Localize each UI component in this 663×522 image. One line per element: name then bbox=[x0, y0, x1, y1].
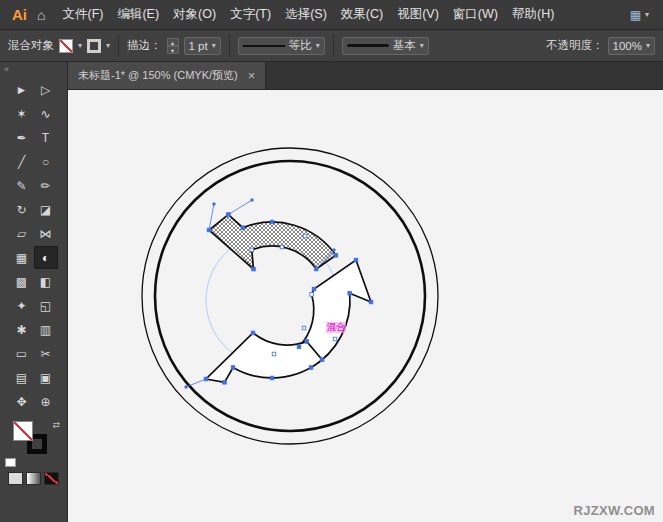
menu-item-8[interactable]: 帮助(H) bbox=[505, 6, 561, 23]
stepper-down-icon[interactable]: ▼ bbox=[167, 46, 179, 54]
chevron-down-icon: ▾ bbox=[645, 10, 649, 19]
anchor-point[interactable] bbox=[207, 228, 211, 232]
swap-fill-stroke-icon[interactable]: ⇄ bbox=[52, 420, 60, 430]
artwork-svg[interactable] bbox=[68, 90, 663, 522]
tab-bar: 未标题-1* @ 150% (CMYK/预览) × bbox=[68, 62, 663, 90]
close-icon[interactable]: × bbox=[248, 68, 256, 83]
anchor-point[interactable] bbox=[251, 331, 255, 335]
color-button[interactable] bbox=[8, 472, 23, 485]
anchor-point[interactable] bbox=[231, 366, 235, 370]
pencil-tool[interactable]: ✏ bbox=[34, 174, 58, 197]
line-tool[interactable]: ╱ bbox=[10, 150, 34, 173]
anchor-point[interactable] bbox=[302, 326, 306, 330]
anchor-point[interactable] bbox=[280, 245, 284, 249]
zoom-tool[interactable]: ⊕ bbox=[34, 390, 58, 413]
gradient-tool[interactable]: ◧ bbox=[34, 270, 58, 293]
menu-item-3[interactable]: 文字(T) bbox=[223, 6, 278, 23]
anchor-point[interactable] bbox=[297, 345, 301, 349]
anchor-point[interactable] bbox=[310, 293, 314, 297]
mesh-tool[interactable]: ▩ bbox=[10, 270, 34, 293]
direct-selection-tool[interactable]: ▷ bbox=[34, 78, 58, 101]
anchor-point[interactable] bbox=[227, 213, 231, 217]
fill-none-swatch[interactable] bbox=[59, 39, 73, 53]
live-paint-tool[interactable]: ▣ bbox=[34, 366, 58, 389]
stroke-width-combo[interactable]: 1 pt ▾ bbox=[184, 37, 221, 55]
stepper-up-icon[interactable]: ▲ bbox=[167, 38, 179, 46]
anchor-point[interactable] bbox=[314, 267, 318, 271]
width-profile-combo[interactable]: 等比 ▾ bbox=[238, 37, 325, 55]
slice-tool[interactable]: ✂ bbox=[34, 342, 58, 365]
stroke-swatch[interactable] bbox=[87, 39, 101, 53]
selection-tool[interactable]: ► bbox=[10, 78, 34, 101]
anchor-point[interactable] bbox=[272, 352, 276, 356]
width-tool[interactable]: ⋈ bbox=[34, 222, 58, 245]
outer-circle[interactable] bbox=[142, 148, 438, 444]
anchor-point[interactable] bbox=[270, 220, 274, 224]
anchor-point[interactable] bbox=[241, 226, 245, 230]
none-button[interactable] bbox=[44, 472, 59, 485]
inner-circle[interactable] bbox=[155, 161, 425, 431]
chevron-down-icon: ▾ bbox=[646, 41, 650, 50]
hand-tool[interactable]: ✥ bbox=[10, 390, 34, 413]
rotate-tool[interactable]: ↻ bbox=[10, 198, 34, 221]
workspace-switcher[interactable]: ▦ ▾ bbox=[630, 8, 649, 22]
stroke-width-stepper[interactable]: ▲ ▼ bbox=[167, 38, 179, 54]
fill-color-swatch[interactable] bbox=[13, 421, 33, 441]
column-graph-tool[interactable]: ▥ bbox=[34, 318, 58, 341]
eyedropper-tool[interactable]: ✦ bbox=[10, 294, 34, 317]
canvas[interactable]: 混合 RJZXW.COM bbox=[68, 90, 663, 522]
document-tab-title: 未标题-1* @ 150% (CMYK/预览) bbox=[78, 68, 238, 83]
menu-item-2[interactable]: 对象(O) bbox=[166, 6, 223, 23]
chevron-down-icon: ▾ bbox=[316, 41, 320, 50]
magic-wand-tool[interactable]: ✶ bbox=[10, 102, 34, 125]
scale-tool[interactable]: ▱ bbox=[10, 222, 34, 245]
menu-item-4[interactable]: 选择(S) bbox=[278, 6, 334, 23]
menu-item-1[interactable]: 编辑(E) bbox=[110, 6, 166, 23]
anchor-point[interactable] bbox=[223, 381, 227, 385]
anchor-point[interactable] bbox=[250, 248, 254, 252]
menu-item-5[interactable]: 效果(C) bbox=[334, 6, 390, 23]
stroke-label: 描边： bbox=[127, 38, 162, 53]
document-area: 未标题-1* @ 150% (CMYK/预览) × bbox=[68, 62, 663, 522]
default-colors-icon[interactable] bbox=[5, 458, 16, 467]
menu-item-7[interactable]: 窗口(W) bbox=[446, 6, 505, 23]
pen-tool[interactable]: ✒ bbox=[10, 126, 34, 149]
anchor-point[interactable] bbox=[369, 300, 373, 304]
ellipse-tool[interactable]: ○ bbox=[34, 150, 58, 173]
anchor-point[interactable] bbox=[252, 267, 256, 271]
lasso-tool[interactable]: ∿ bbox=[34, 102, 58, 125]
workspace-grid-icon: ▦ bbox=[630, 8, 641, 22]
menu-item-0[interactable]: 文件(F) bbox=[55, 6, 110, 23]
anchor-point[interactable] bbox=[354, 258, 358, 262]
anchor-point[interactable] bbox=[320, 358, 324, 362]
anchor-point[interactable] bbox=[309, 366, 313, 370]
illustrator-logo: Ai bbox=[0, 6, 37, 23]
chevron-down-icon: ▾ bbox=[420, 41, 424, 50]
symbol-sprayer-tool[interactable]: ✱ bbox=[10, 318, 34, 341]
opacity-combo[interactable]: 100% ▾ bbox=[608, 37, 655, 55]
brush-combo[interactable]: 基本 ▾ bbox=[342, 37, 429, 55]
anchor-point[interactable] bbox=[303, 234, 307, 238]
anchor-point[interactable] bbox=[270, 376, 274, 380]
free-transform-tool[interactable]: ▦ bbox=[10, 246, 34, 269]
home-icon[interactable]: ⌂ bbox=[37, 7, 55, 23]
anchor-point[interactable] bbox=[334, 254, 338, 258]
anchor-point[interactable] bbox=[204, 377, 208, 381]
shape-builder-tool[interactable]: ◱ bbox=[34, 294, 58, 317]
brush-stroke-icon bbox=[347, 44, 389, 47]
anchor-point[interactable] bbox=[333, 337, 337, 341]
paintbrush-tool[interactable]: ✎ bbox=[10, 174, 34, 197]
anchor-point[interactable] bbox=[305, 340, 309, 344]
artboard-tool[interactable]: ▭ bbox=[10, 342, 34, 365]
anchor-point[interactable] bbox=[312, 287, 316, 291]
perspective-grid-tool[interactable]: ▤ bbox=[10, 366, 34, 389]
type-tool[interactable]: T bbox=[34, 126, 58, 149]
anchor-point[interactable] bbox=[348, 291, 352, 295]
gradient-button[interactable] bbox=[26, 472, 41, 485]
menu-item-6[interactable]: 视图(V) bbox=[390, 6, 446, 23]
blend-tool-tag: 混合 bbox=[326, 322, 346, 333]
panel-collapse-icon[interactable]: « bbox=[0, 62, 67, 76]
document-tab[interactable]: 未标题-1* @ 150% (CMYK/预览) × bbox=[68, 62, 266, 89]
eraser-tool[interactable]: ◪ bbox=[34, 198, 58, 221]
blend-tool[interactable]: ◐ bbox=[34, 246, 58, 269]
